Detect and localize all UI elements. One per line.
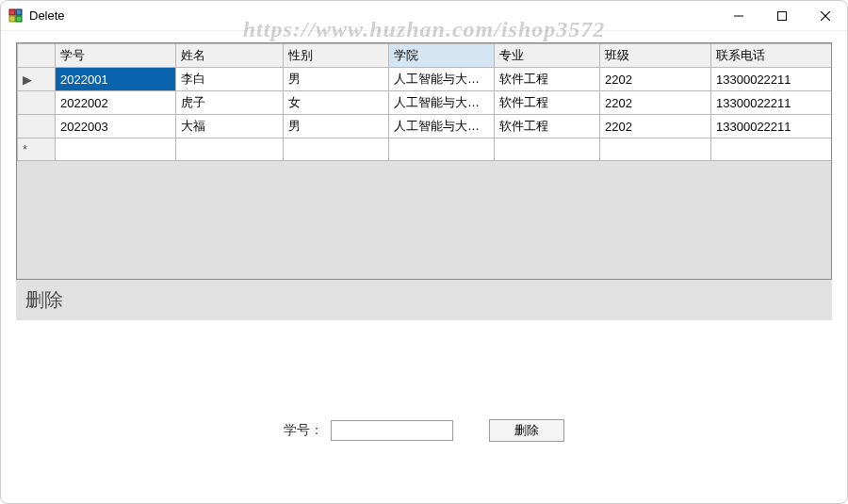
cell[interactable]: 2022001 — [56, 68, 176, 91]
delete-form: 学号： 删除 — [16, 320, 832, 503]
cell[interactable]: 男 — [284, 115, 389, 138]
header-row: 学号 姓名 性别 学院 专业 班级 联系电话 — [18, 44, 832, 68]
col-college[interactable]: 学院 — [389, 44, 495, 68]
table-row[interactable]: 2022002虎子女人工智能与大…软件工程220213300022211 — [18, 91, 832, 115]
svg-rect-1 — [16, 9, 22, 15]
row-header-corner[interactable] — [18, 44, 56, 68]
app-icon — [8, 8, 24, 24]
delete-button[interactable]: 删除 — [489, 419, 564, 442]
close-button[interactable] — [804, 1, 847, 30]
cell[interactable]: 虎子 — [176, 91, 284, 115]
student-id-input[interactable] — [331, 420, 453, 441]
cell[interactable] — [711, 138, 832, 161]
delete-window: Delete — [0, 0, 848, 504]
svg-rect-0 — [9, 9, 15, 15]
cell[interactable] — [56, 138, 176, 161]
svg-rect-3 — [16, 16, 22, 22]
student-id-label: 学号： — [284, 422, 323, 439]
cell[interactable]: 2022002 — [56, 91, 176, 115]
cell[interactable] — [389, 138, 495, 161]
cell[interactable]: 2202 — [600, 115, 711, 138]
row-selector[interactable] — [18, 115, 56, 138]
cell[interactable]: 人工智能与大… — [389, 115, 495, 138]
cell[interactable]: 人工智能与大… — [389, 91, 495, 115]
cell[interactable]: 13300022211 — [711, 91, 832, 115]
row-selector[interactable]: * — [18, 138, 56, 161]
svg-rect-2 — [9, 16, 15, 22]
cell[interactable]: 软件工程 — [495, 115, 600, 138]
col-major[interactable]: 专业 — [495, 44, 600, 68]
row-selector[interactable]: ▶ — [18, 68, 56, 91]
content-area: 学号 姓名 性别 学院 专业 班级 联系电话 ▶2022001李白男人工智能与大… — [1, 31, 847, 503]
grid-empty-area[interactable] — [17, 161, 831, 280]
svg-rect-5 — [778, 11, 787, 20]
section-title: 删除 — [16, 280, 832, 320]
window-title: Delete — [29, 8, 717, 23]
table-row[interactable]: 2022003大福男人工智能与大…软件工程220213300022211 — [18, 115, 832, 138]
cell[interactable]: 2022003 — [56, 115, 176, 138]
col-class[interactable]: 班级 — [600, 44, 711, 68]
cell[interactable]: 2202 — [600, 91, 711, 115]
cell[interactable]: 人工智能与大… — [389, 68, 495, 91]
cell[interactable]: 软件工程 — [495, 91, 600, 115]
row-selector[interactable] — [18, 91, 56, 115]
table-row[interactable]: * — [18, 138, 832, 161]
minimize-button[interactable] — [717, 1, 760, 30]
cell[interactable] — [600, 138, 711, 161]
cell[interactable]: 13300022211 — [711, 115, 832, 138]
titlebar: Delete — [1, 1, 847, 31]
col-name[interactable]: 姓名 — [176, 44, 284, 68]
col-student-id[interactable]: 学号 — [56, 44, 176, 68]
student-datagrid[interactable]: 学号 姓名 性别 学院 专业 班级 联系电话 ▶2022001李白男人工智能与大… — [17, 43, 832, 161]
datagrid-container[interactable]: 学号 姓名 性别 学院 专业 班级 联系电话 ▶2022001李白男人工智能与大… — [16, 42, 832, 280]
maximize-button[interactable] — [760, 1, 804, 30]
window-controls — [717, 1, 847, 30]
col-phone[interactable]: 联系电话 — [711, 44, 832, 68]
col-gender[interactable]: 性别 — [284, 44, 389, 68]
cell[interactable] — [284, 138, 389, 161]
cell[interactable]: 大福 — [176, 115, 284, 138]
cell[interactable] — [176, 138, 284, 161]
table-row[interactable]: ▶2022001李白男人工智能与大…软件工程220213300022211 — [18, 68, 832, 91]
cell[interactable]: 女 — [284, 91, 389, 115]
cell[interactable]: 男 — [284, 68, 389, 91]
cell[interactable]: 软件工程 — [495, 68, 600, 91]
cell[interactable] — [495, 138, 600, 161]
cell[interactable]: 2202 — [600, 68, 711, 91]
cell[interactable]: 13300022211 — [711, 68, 832, 91]
cell[interactable]: 李白 — [176, 68, 284, 91]
